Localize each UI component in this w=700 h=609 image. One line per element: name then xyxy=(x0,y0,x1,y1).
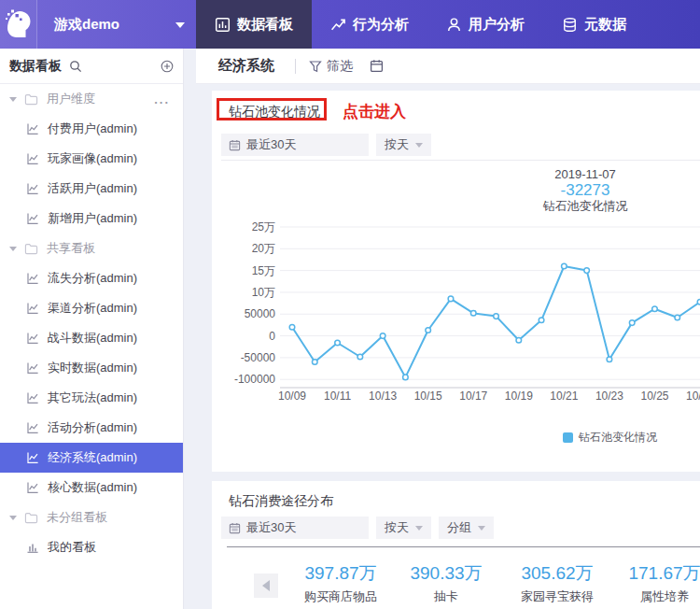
arrow-left-icon xyxy=(262,580,270,591)
svg-text:20万: 20万 xyxy=(252,242,275,255)
item-label: 实时数据(admin) xyxy=(48,360,137,376)
svg-text:-100000: -100000 xyxy=(234,373,275,386)
line-chart[interactable]: 25万20万15万10万500000-50000-10000010/0910/1… xyxy=(212,184,700,408)
search-icon[interactable] xyxy=(69,60,82,73)
project-selector[interactable]: 游戏demo xyxy=(37,0,196,49)
line-chart-icon xyxy=(26,212,39,225)
item-label: 经济系统(admin) xyxy=(48,449,137,466)
sidebar-group-ungrouped-dashboards[interactable]: 未分组看板 xyxy=(0,503,183,532)
tab-label: 元数据 xyxy=(584,16,626,34)
item-label: 活动分析(admin) xyxy=(48,419,137,436)
svg-text:10/19: 10/19 xyxy=(505,389,533,403)
sidebar-group-shared-dashboards[interactable]: 共享看板 xyxy=(0,234,183,263)
svg-text:15万: 15万 xyxy=(252,264,275,277)
date-range-value: 最近30天 xyxy=(246,519,296,536)
svg-text:0: 0 xyxy=(269,330,275,343)
date-range-value: 最近30天 xyxy=(246,136,296,153)
tab-behavior-analysis[interactable]: 行为分析 xyxy=(312,0,427,49)
sidebar-group-user-dimension[interactable]: 用户维度 ... xyxy=(0,84,183,114)
divider xyxy=(221,160,700,161)
page-title: 经济系统 xyxy=(218,57,274,75)
chevron-down-icon xyxy=(415,526,423,531)
svg-text:10/15: 10/15 xyxy=(414,389,442,403)
dashboard-tree: 用户维度 ... 付费用户(admin) 玩家画像(admin) 活跃用户(ad… xyxy=(0,84,183,562)
chart-title[interactable]: 钻石池变化情况 xyxy=(229,104,320,120)
collapse-caret-icon xyxy=(9,247,17,251)
calendar-icon[interactable] xyxy=(370,59,384,73)
bar-chart-icon xyxy=(26,541,39,554)
divider xyxy=(295,59,296,74)
chevron-down-icon xyxy=(415,143,423,148)
line-chart-icon xyxy=(26,421,39,434)
calendar-icon xyxy=(229,139,241,151)
svg-text:10/11: 10/11 xyxy=(324,389,351,403)
stat-attribute-training: 171.67万 属性培养 xyxy=(599,561,700,605)
dashboard-icon xyxy=(215,17,231,33)
svg-text:25万: 25万 xyxy=(252,220,275,234)
sidebar-item-other-gameplay[interactable]: 其它玩法(admin) xyxy=(0,383,183,413)
add-dashboard-icon[interactable] xyxy=(161,60,174,73)
sidebar-item-active-users[interactable]: 活跃用户(admin) xyxy=(0,174,183,204)
project-name: 游戏demo xyxy=(54,16,119,34)
top-header: 游戏demo 数据看板 行为分析 用户分析 xyxy=(0,0,700,49)
chart-controls: 最近30天 按天 分组 xyxy=(221,517,494,539)
database-icon xyxy=(562,17,578,33)
granularity-select[interactable]: 按天 xyxy=(376,517,431,539)
date-range-picker[interactable]: 最近30天 xyxy=(221,134,369,156)
stat-label: 属性培养 xyxy=(599,588,700,605)
sidebar-item-economy-system[interactable]: 经济系统(admin) xyxy=(0,443,183,473)
line-chart-icon xyxy=(26,302,39,315)
item-label: 其它玩法(admin) xyxy=(48,389,137,406)
svg-text:10/17: 10/17 xyxy=(459,389,487,403)
line-chart-icon xyxy=(26,182,39,195)
chart-controls: 最近30天 按天 xyxy=(221,134,431,156)
group-by-select[interactable]: 分组 xyxy=(439,517,494,539)
item-label: 核心数据(admin) xyxy=(48,479,137,496)
tab-label: 用户分析 xyxy=(469,16,525,34)
sidebar-item-activity-analysis[interactable]: 活动分析(admin) xyxy=(0,413,183,443)
svg-text:50000: 50000 xyxy=(245,307,276,320)
line-chart-icon xyxy=(26,122,39,135)
item-label: 活跃用户(admin) xyxy=(48,180,137,197)
filter-button[interactable]: 筛选 xyxy=(309,58,353,75)
chart-title: 钻石消费途径分布 xyxy=(229,493,333,510)
group-label: 用户维度 xyxy=(47,91,95,107)
svg-text:10/23: 10/23 xyxy=(595,389,623,403)
sidebar-item-battle-data[interactable]: 战斗数据(admin) xyxy=(0,323,183,353)
collapse-caret-icon xyxy=(9,97,17,102)
more-icon[interactable]: ... xyxy=(154,92,170,106)
sidebar-item-player-profile[interactable]: 玩家画像(admin) xyxy=(0,144,183,174)
tab-user-analysis[interactable]: 用户分析 xyxy=(427,0,543,49)
item-label: 流失分析(admin) xyxy=(48,270,137,287)
sidebar-item-channel-analysis[interactable]: 渠道分析(admin) xyxy=(0,293,183,323)
tab-label: 数据看板 xyxy=(237,16,293,34)
sidebar-item-realtime-data[interactable]: 实时数据(admin) xyxy=(0,353,183,383)
annotation-text: 点击进入 xyxy=(343,101,406,122)
tab-dashboard[interactable]: 数据看板 xyxy=(196,0,312,49)
sidebar-item-paying-users[interactable]: 付费用户(admin) xyxy=(0,114,183,144)
line-chart-icon xyxy=(26,481,39,494)
app-window: 游戏demo 数据看板 行为分析 用户分析 xyxy=(0,0,700,609)
group-label: 共享看板 xyxy=(47,240,95,257)
sidebar: 数据看板 用户维度 ... 付费用户(admin) 玩家画像(adm xyxy=(0,49,184,609)
item-label: 玩家画像(admin) xyxy=(48,150,137,167)
line-chart-icon xyxy=(26,391,39,404)
sidebar-item-core-data[interactable]: 核心数据(admin) xyxy=(0,473,183,503)
trend-icon xyxy=(330,17,346,33)
calendar-icon xyxy=(229,522,241,534)
line-chart-icon xyxy=(26,451,39,464)
granularity-select[interactable]: 按天 xyxy=(376,134,431,156)
sidebar-item-new-users[interactable]: 新增用户(admin) xyxy=(0,204,183,234)
tab-metadata[interactable]: 元数据 xyxy=(543,0,645,49)
group-label: 未分组看板 xyxy=(47,509,107,526)
folder-icon xyxy=(24,242,38,256)
stat-value: 171.67万 xyxy=(599,561,700,586)
svg-text:10/09: 10/09 xyxy=(278,389,306,403)
item-label: 渠道分析(admin) xyxy=(48,300,137,317)
line-chart-icon xyxy=(26,332,39,345)
sidebar-item-churn-analysis[interactable]: 流失分析(admin) xyxy=(0,263,183,293)
legend-item[interactable]: 钻石池变化情况 xyxy=(563,430,657,446)
svg-text:10万: 10万 xyxy=(252,286,275,299)
date-range-picker[interactable]: 最近30天 xyxy=(221,517,369,539)
sidebar-item-my-dashboard[interactable]: 我的看板 xyxy=(0,532,183,562)
